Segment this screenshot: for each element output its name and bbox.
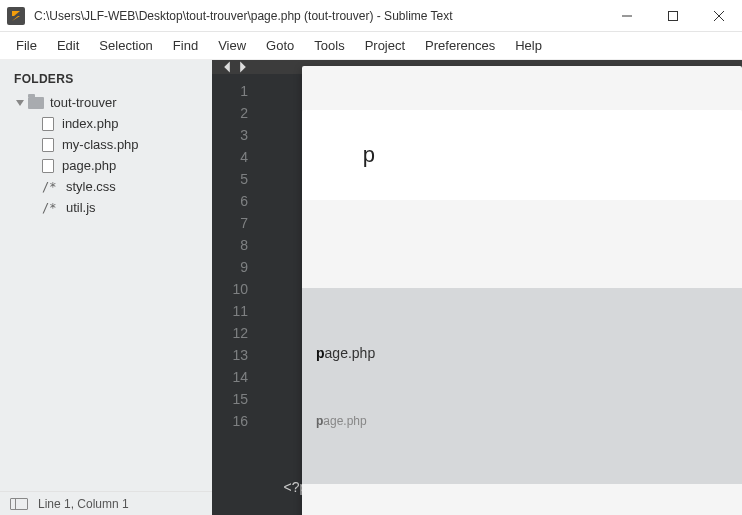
window-title: C:\Users\JLF-WEB\Desktop\tout-trouver\pa… bbox=[34, 9, 453, 23]
file-icon: /* bbox=[42, 180, 58, 194]
maximize-button[interactable] bbox=[650, 0, 696, 31]
nav-forward-icon[interactable] bbox=[236, 60, 250, 74]
menu-help[interactable]: Help bbox=[505, 34, 552, 57]
file-label: my-class.php bbox=[62, 137, 139, 152]
file-label: util.js bbox=[66, 200, 96, 215]
goto-input[interactable] bbox=[349, 132, 742, 178]
menu-goto[interactable]: Goto bbox=[256, 34, 304, 57]
code-area[interactable]: et' <?php phpClass::bonjour(); ?> bbox=[258, 74, 742, 515]
menu-edit[interactable]: Edit bbox=[47, 34, 89, 57]
menu-view[interactable]: View bbox=[208, 34, 256, 57]
sidebar: FOLDERS tout-trouver index.php my-class.… bbox=[0, 60, 212, 491]
tree-file-myclass[interactable]: my-class.php bbox=[0, 134, 212, 155]
goto-result-0[interactable]: page.php page.php bbox=[302, 288, 742, 484]
file-label: style.css bbox=[66, 179, 116, 194]
file-icon bbox=[42, 159, 54, 173]
file-icon bbox=[42, 117, 54, 131]
menu-preferences[interactable]: Preferences bbox=[415, 34, 505, 57]
close-button[interactable] bbox=[696, 0, 742, 31]
nav-back-icon[interactable] bbox=[220, 60, 234, 74]
chevron-down-icon bbox=[16, 100, 24, 106]
folder-label: tout-trouver bbox=[50, 95, 116, 110]
goto-input-wrap bbox=[302, 110, 742, 200]
minimize-button[interactable] bbox=[604, 0, 650, 31]
svg-rect-0 bbox=[7, 7, 25, 25]
title-bar: C:\Users\JLF-WEB\Desktop\tout-trouver\pa… bbox=[0, 0, 742, 32]
folder-icon bbox=[28, 97, 44, 109]
code-editor[interactable]: 12345678910111213141516 et' <?php phpCla… bbox=[212, 74, 742, 515]
file-icon: /* bbox=[42, 201, 58, 215]
menu-bar: File Edit Selection Find View Goto Tools… bbox=[0, 32, 742, 60]
svg-rect-2 bbox=[669, 11, 678, 20]
window-controls bbox=[604, 0, 742, 31]
tree-folder[interactable]: tout-trouver bbox=[0, 92, 212, 113]
goto-results: page.php page.php index.php index.php my… bbox=[302, 244, 742, 515]
tree-file-page[interactable]: page.php bbox=[0, 155, 212, 176]
menu-project[interactable]: Project bbox=[355, 34, 415, 57]
file-label: page.php bbox=[62, 158, 116, 173]
tree-file-style[interactable]: /* style.css bbox=[0, 176, 212, 197]
status-position: Line 1, Column 1 bbox=[38, 497, 129, 511]
file-icon bbox=[42, 138, 54, 152]
menu-find[interactable]: Find bbox=[163, 34, 208, 57]
file-label: index.php bbox=[62, 116, 118, 131]
panel-switch-icon[interactable] bbox=[10, 498, 28, 510]
menu-file[interactable]: File bbox=[6, 34, 47, 57]
goto-anything-overlay: page.php page.php index.php index.php my… bbox=[302, 66, 742, 515]
menu-selection[interactable]: Selection bbox=[89, 34, 162, 57]
editor-column: 12345678910111213141516 et' <?php phpCla… bbox=[212, 60, 742, 491]
folders-header: FOLDERS bbox=[0, 70, 212, 92]
line-gutter: 12345678910111213141516 bbox=[212, 74, 258, 515]
tree-file-index[interactable]: index.php bbox=[0, 113, 212, 134]
tree-file-util[interactable]: /* util.js bbox=[0, 197, 212, 218]
menu-tools[interactable]: Tools bbox=[304, 34, 354, 57]
app-icon bbox=[6, 6, 26, 26]
